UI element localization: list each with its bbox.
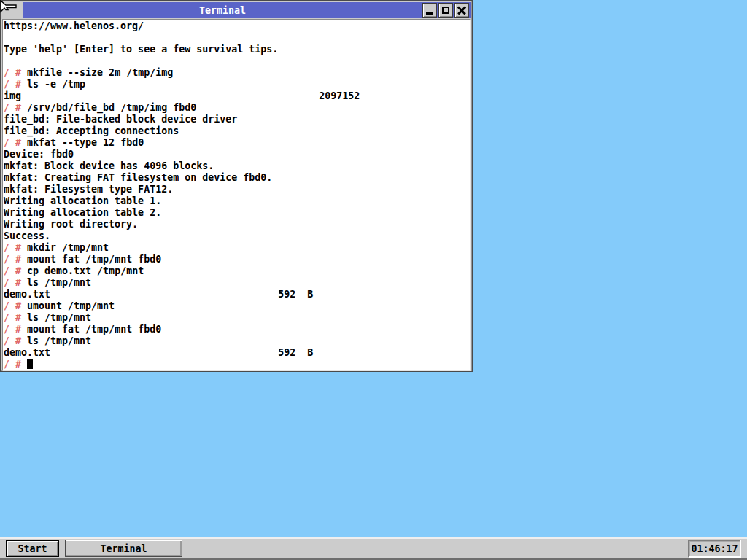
taskbar-tasks: Terminal	[65, 540, 688, 557]
terminal-line: / # ls -e /tmp	[4, 79, 470, 90]
terminal-line: / # mkfile --size 2m /tmp/img	[4, 67, 470, 79]
terminal-text: mkfat: Creating FAT filesystem on device…	[4, 172, 272, 183]
terminal-line: / #	[4, 359, 470, 370]
terminal-line	[4, 55, 470, 67]
terminal-text: ls /tmp/mnt	[27, 277, 91, 288]
terminal-line: file_bd: Accepting connections	[4, 125, 470, 137]
maximize-icon	[442, 7, 449, 14]
terminal-line: / # cp demo.txt /tmp/mnt	[4, 265, 470, 277]
terminal-line: img 2097152	[4, 90, 470, 102]
terminal-text: mkfat: Block device has 4096 blocks.	[4, 160, 214, 171]
terminal-text: https://www.helenos.org/	[4, 20, 144, 31]
terminal-text: Device: fbd0	[4, 149, 74, 160]
shell-prompt: / #	[4, 79, 21, 90]
text-cursor	[27, 359, 33, 369]
terminal-line: / # mount fat /tmp/mnt fbd0	[4, 324, 470, 335]
terminal-text: mkfat: Filesystem type FAT12.	[4, 184, 173, 195]
terminal-line: file_bd: File-backed block device driver	[4, 114, 470, 125]
terminal-window: Terminal https://www.helenos.org/Type 'h…	[0, 0, 473, 372]
window-sysmenu-button[interactable]	[2, 2, 23, 18]
taskbar: Start Terminal 01:46:17	[0, 537, 747, 560]
terminal-output[interactable]: https://www.helenos.org/Type 'help' [Ent…	[2, 19, 471, 371]
taskbar-clock: 01:46:17	[688, 540, 741, 558]
shell-prompt: / #	[4, 300, 21, 311]
shell-prompt: / #	[4, 137, 21, 148]
maximize-button[interactable]	[438, 3, 453, 18]
terminal-line: / # mkdir /tmp/mnt	[4, 242, 470, 254]
terminal-text: ls /tmp/mnt	[27, 312, 91, 323]
terminal-line: mkfat: Block device has 4096 blocks.	[4, 160, 470, 172]
terminal-line: Type 'help' [Enter] to see a few surviva…	[4, 44, 470, 55]
shell-prompt: / #	[4, 359, 21, 370]
terminal-line: https://www.helenos.org/	[4, 20, 470, 32]
terminal-line: Writing root directory.	[4, 219, 470, 230]
terminal-text: ls -e /tmp	[27, 79, 85, 90]
close-icon	[457, 6, 466, 15]
window-title: Terminal	[23, 5, 422, 16]
terminal-line: mkfat: Filesystem type FAT12.	[4, 184, 470, 195]
terminal-line: Writing allocation table 1.	[4, 195, 470, 207]
terminal-line: / # /srv/bd/file_bd /tmp/img fbd0	[4, 102, 470, 114]
terminal-line: demo.txt 592 B	[4, 289, 470, 300]
terminal-text: /srv/bd/file_bd /tmp/img fbd0	[27, 102, 196, 113]
terminal-text: mkfile --size 2m /tmp/img	[27, 67, 173, 78]
terminal-line: mkfat: Creating FAT filesystem on device…	[4, 172, 470, 184]
terminal-text: ls /tmp/mnt	[27, 335, 91, 346]
terminal-text: mount fat /tmp/mnt fbd0	[27, 324, 161, 335]
terminal-line: / # ls /tmp/mnt	[4, 335, 470, 347]
terminal-text: demo.txt 592 B	[4, 347, 313, 358]
terminal-line: Success.	[4, 230, 470, 242]
start-button[interactable]: Start	[6, 540, 59, 557]
shell-prompt: / #	[4, 324, 21, 335]
minimize-icon	[426, 12, 433, 15]
minimize-button[interactable]	[422, 3, 437, 18]
shell-prompt: / #	[4, 265, 21, 276]
terminal-text: file_bd: File-backed block device driver	[4, 114, 237, 125]
shell-prompt: / #	[4, 254, 21, 265]
shell-prompt: / #	[4, 312, 21, 323]
terminal-line: Writing allocation table 2.	[4, 207, 470, 219]
terminal-text: Writing allocation table 2.	[4, 207, 161, 218]
shell-prompt: / #	[4, 335, 21, 346]
shell-prompt: / #	[4, 242, 21, 253]
terminal-text: cp demo.txt /tmp/mnt	[27, 265, 144, 276]
terminal-line: demo.txt 592 B	[4, 347, 470, 359]
terminal-text: Type 'help' [Enter] to see a few surviva…	[4, 44, 278, 55]
terminal-text: umount /tmp/mnt	[27, 300, 115, 311]
terminal-text: mkfat --type 12 fbd0	[27, 137, 144, 148]
terminal-line: / # mount fat /tmp/mnt fbd0	[4, 254, 470, 265]
taskbar-task-terminal[interactable]: Terminal	[65, 540, 182, 557]
terminal-line: / # ls /tmp/mnt	[4, 277, 470, 289]
terminal-text: mkdir /tmp/mnt	[27, 242, 109, 253]
terminal-text: Success.	[4, 230, 50, 241]
terminal-text: Writing allocation table 1.	[4, 195, 161, 206]
terminal-line: / # ls /tmp/mnt	[4, 312, 470, 324]
terminal-line	[4, 32, 470, 44]
terminal-text: img 2097152	[4, 90, 360, 101]
terminal-text: demo.txt 592 B	[4, 289, 313, 300]
shell-prompt: / #	[4, 102, 21, 113]
close-button[interactable]	[454, 3, 469, 18]
terminal-text: file_bd: Accepting connections	[4, 125, 179, 136]
window-titlebar[interactable]: Terminal	[2, 2, 471, 18]
terminal-line: / # mkfat --type 12 fbd0	[4, 137, 470, 149]
shell-prompt: / #	[4, 67, 21, 78]
terminal-text: mount fat /tmp/mnt fbd0	[27, 254, 161, 265]
shell-prompt: / #	[4, 277, 21, 288]
window-controls	[422, 3, 469, 18]
terminal-line: / # umount /tmp/mnt	[4, 300, 470, 312]
terminal-line: Device: fbd0	[4, 149, 470, 160]
terminal-text: Writing root directory.	[4, 219, 138, 230]
